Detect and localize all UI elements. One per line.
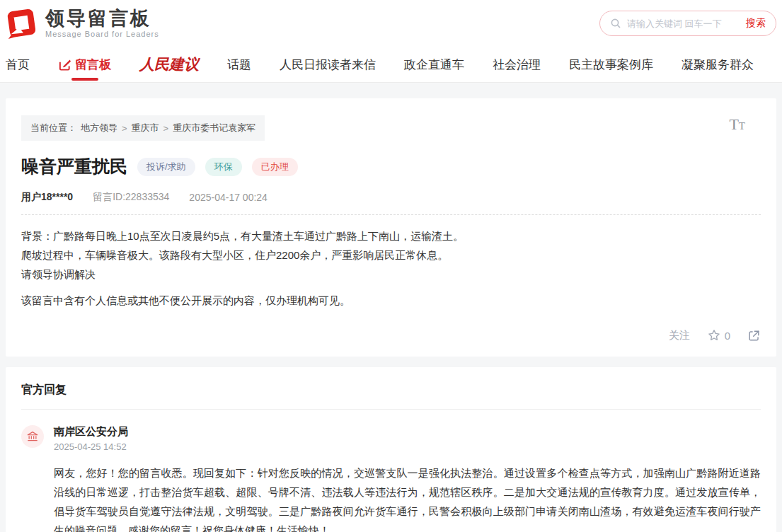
tag-field: 环保 bbox=[205, 158, 242, 176]
breadcrumb: 当前位置： 地方领导 > 重庆市 > 重庆市委书记袁家军 bbox=[21, 115, 265, 141]
logo-title: 领导留言板 bbox=[45, 8, 159, 30]
nav-democracy-cases[interactable]: 民主故事案例库 bbox=[569, 57, 653, 73]
font-size-toggle[interactable]: TT bbox=[729, 115, 745, 134]
tag-status: 已办理 bbox=[252, 158, 298, 176]
agency-avatar bbox=[21, 425, 44, 448]
message-id: 留言ID:22833534 bbox=[93, 191, 169, 204]
nav-gov-business-express[interactable]: 政企直通车 bbox=[404, 57, 464, 73]
content-line: 爬坡过程中，车辆噪音极大。该路段有大型小区，住户2200余户，严重影响居民正常休… bbox=[21, 245, 761, 265]
nav-serve-masses[interactable]: 凝聚服务群众 bbox=[682, 57, 754, 73]
message-card: 当前位置： 地方领导 > 重庆市 > 重庆市委书记袁家军 TT 噪音严重扰民 投… bbox=[6, 98, 776, 357]
breadcrumb-separator: > bbox=[122, 123, 127, 134]
favorite-button[interactable]: 0 bbox=[707, 328, 730, 342]
reply-content: 网友，您好！您的留言收悉。现回复如下：针对您反映的情况，交巡警支队一是强化执法整… bbox=[54, 463, 761, 532]
nav-home[interactable]: 首页 bbox=[6, 57, 30, 73]
logo-icon bbox=[6, 7, 38, 40]
message-user: 用户18****0 bbox=[21, 191, 73, 204]
logo-subtitle: Message Board for Leaders bbox=[45, 30, 159, 38]
nav-topics[interactable]: 话题 bbox=[227, 57, 251, 73]
follow-button[interactable]: 关注 bbox=[669, 329, 690, 342]
nav-message-board[interactable]: 留言板 bbox=[58, 57, 111, 73]
message-title: 噪音严重扰民 bbox=[21, 155, 127, 178]
search-box[interactable]: 搜索 bbox=[599, 11, 776, 36]
privacy-note: 该留言中含有个人信息或其他不便公开展示的内容，仅办理机构可见。 bbox=[21, 291, 761, 310]
breadcrumb-secretary[interactable]: 重庆市委书记袁家军 bbox=[173, 122, 255, 134]
breadcrumb-chongqing[interactable]: 重庆市 bbox=[132, 122, 159, 134]
reply-item: 南岸区公安分局 2025-04-25 14:52 网友，您好！您的留言收悉。现回… bbox=[21, 425, 761, 532]
official-reply-card: 官方回复 南岸区公安分局 2025-04-25 14:52 网友，您好！您的留言… bbox=[6, 367, 776, 532]
agency-name: 南岸区公安分局 bbox=[54, 425, 761, 439]
reply-date: 2025-04-25 14:52 bbox=[54, 441, 761, 452]
breadcrumb-local-leaders[interactable]: 地方领导 bbox=[81, 122, 117, 134]
message-date: 2025-04-17 00:24 bbox=[189, 192, 268, 203]
favorite-count: 0 bbox=[725, 330, 730, 342]
nav-readers-letters[interactable]: 人民日报读者来信 bbox=[280, 57, 376, 73]
reply-section-title: 官方回复 bbox=[21, 383, 761, 410]
share-icon bbox=[747, 329, 761, 342]
search-button[interactable]: 搜索 bbox=[746, 17, 766, 30]
nav-social-governance[interactable]: 社会治理 bbox=[493, 57, 541, 73]
government-building-icon bbox=[26, 430, 39, 443]
nav-people-suggestions[interactable]: 人民建议 bbox=[139, 54, 199, 74]
breadcrumb-prefix: 当前位置： bbox=[30, 122, 76, 134]
content-line: 背景：广黔路每日晚上10点至次日凌晨约5点，有大量渣土车通过广黔路上下南山，运输… bbox=[21, 226, 761, 245]
message-content: 背景：广黔路每日晚上10点至次日凌晨约5点，有大量渣土车通过广黔路上下南山，运输… bbox=[21, 226, 761, 310]
tag-category: 投诉/求助 bbox=[137, 158, 195, 176]
breadcrumb-separator: > bbox=[163, 123, 169, 134]
divider bbox=[21, 214, 761, 215]
site-logo[interactable]: 领导留言板 Message Board for Leaders bbox=[6, 7, 159, 40]
site-header: 领导留言板 Message Board for Leaders 搜索 首页 留 bbox=[0, 0, 782, 83]
search-icon bbox=[610, 18, 621, 29]
search-input[interactable] bbox=[627, 18, 746, 29]
share-button[interactable] bbox=[747, 329, 761, 342]
message-board-pencil-icon bbox=[58, 58, 71, 71]
star-icon bbox=[707, 328, 721, 342]
main-nav: 首页 留言板 人民建议 话题 人民日报读者来信 政企直通车 社会治理 民主故事案… bbox=[6, 47, 776, 82]
content-line: 请领导协调解决 bbox=[21, 265, 761, 284]
